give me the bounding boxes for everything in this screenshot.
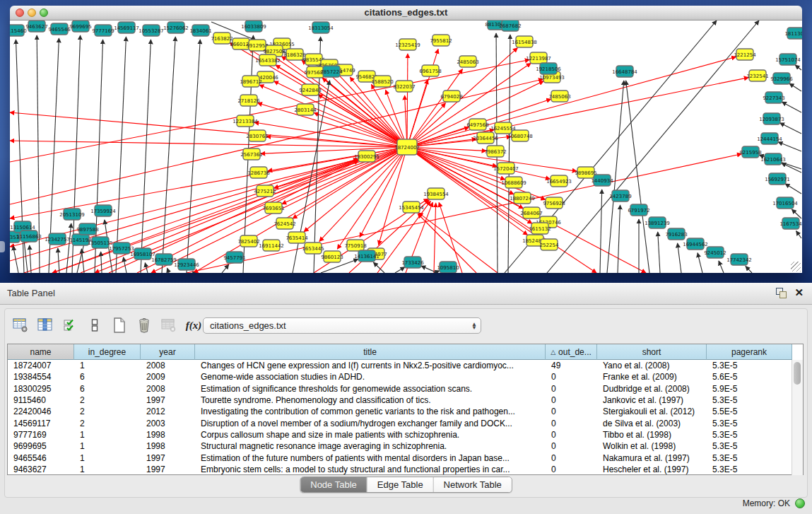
graph-edge[interactable] xyxy=(782,102,801,112)
table-cell[interactable]: 9463627 xyxy=(8,465,74,474)
graph-edge[interactable] xyxy=(371,84,407,147)
table-cell[interactable]: Changes of HCN gene expression and I(f) … xyxy=(195,361,546,370)
table-cell[interactable]: 2 xyxy=(74,395,141,405)
table-row[interactable]: 946362711997Embryonic stem cells: a mode… xyxy=(8,464,803,475)
graph-edge[interactable] xyxy=(167,268,169,273)
table-cell[interactable]: 5.3E-5 xyxy=(707,361,792,370)
table-cell[interactable]: 18300295 xyxy=(8,384,74,394)
table-options-icon[interactable] xyxy=(11,316,30,334)
graph-edge[interactable] xyxy=(187,40,200,273)
table-cell[interactable]: Estimation of significance thresholds fo… xyxy=(195,384,546,394)
graph-edge[interactable] xyxy=(222,264,229,273)
table-scrollbar[interactable] xyxy=(792,360,803,475)
table-cell[interactable]: Yano et al. (2008) xyxy=(597,361,707,370)
table-selector-dropdown[interactable]: citations_edges.txt ▲▼ xyxy=(203,317,481,334)
table-cell[interactable]: 2003 xyxy=(141,419,195,428)
table-cell[interactable]: Investigating the contribution of common… xyxy=(195,407,546,416)
delete-column-icon[interactable] xyxy=(135,316,153,334)
table-cell[interactable]: Tibbo et al. (1998) xyxy=(597,430,707,440)
graph-edge[interactable] xyxy=(407,69,462,147)
table-cell[interactable]: Corpus callosum shape and size in male p… xyxy=(195,430,546,440)
tab-network-table[interactable]: Network Table xyxy=(434,477,512,492)
graph-edge[interactable] xyxy=(789,83,801,91)
table-cell[interactable]: 0 xyxy=(546,441,597,451)
table-cell[interactable]: Embryonic stem cells: a model to study s… xyxy=(195,465,546,474)
graph-edge[interactable] xyxy=(795,65,801,70)
close-panel-icon[interactable]: ✕ xyxy=(794,286,804,299)
table-cell[interactable]: 2 xyxy=(74,407,141,416)
new-column-icon[interactable] xyxy=(110,316,129,334)
graph-edge[interactable] xyxy=(796,231,801,238)
graph-edge[interactable] xyxy=(658,232,660,273)
column-header-pagerank[interactable]: pagerank xyxy=(707,344,792,360)
column-header-name[interactable]: name xyxy=(8,344,74,360)
window-resize-grip[interactable] xyxy=(791,262,801,271)
table-cell[interactable]: Hescheler et al. (1997) xyxy=(597,465,707,474)
table-row[interactable]: 1938455462009Genome-wide association stu… xyxy=(8,371,803,382)
select-all-rows-icon[interactable] xyxy=(61,316,79,334)
table-cell[interactable]: 5.3E-5 xyxy=(707,395,792,405)
table-row[interactable]: 946554611997Estimation of the future num… xyxy=(8,452,803,463)
column-header-year[interactable]: year xyxy=(141,344,195,360)
window-titlebar[interactable]: citations_edges.txt xyxy=(10,6,802,21)
table-cell[interactable]: 2008 xyxy=(141,361,195,370)
table-cell[interactable]: Tourette syndrome. Phenomenology and cla… xyxy=(195,395,546,405)
table-row[interactable]: 2242004622012Investigating the contribut… xyxy=(8,406,803,417)
graph-edge[interactable] xyxy=(508,35,510,273)
select-columns-icon[interactable] xyxy=(36,316,54,334)
table-cell[interactable]: 5.3E-5 xyxy=(707,419,792,428)
column-header-in_degree[interactable]: in_degree xyxy=(74,344,141,360)
table-row[interactable]: 1872400712008Changes of HCN gene express… xyxy=(8,360,803,371)
graph-edge[interactable] xyxy=(785,184,801,194)
table-cell[interactable]: 5.3E-5 xyxy=(707,453,792,463)
graph-edge[interactable] xyxy=(719,261,724,273)
table-cell[interactable]: Dudbridge et al. (2008) xyxy=(597,384,707,394)
table-row[interactable]: 1456911722003Disruption of a novel membe… xyxy=(8,417,803,428)
table-cell[interactable]: Stergiakouli et al. (2012) xyxy=(597,407,707,416)
table-cell[interactable]: 1998 xyxy=(141,430,195,440)
graph-edge[interactable] xyxy=(421,266,437,273)
table-cell[interactable]: 2012 xyxy=(141,407,195,416)
table-cell[interactable]: Genome-wide association studies in ADHD. xyxy=(195,372,546,382)
table-cell[interactable]: 0 xyxy=(546,465,597,474)
graph-edge[interactable] xyxy=(600,189,602,273)
graph-edge[interactable] xyxy=(547,21,759,273)
graph-edge[interactable] xyxy=(418,213,498,273)
table-cell[interactable]: 5.3E-5 xyxy=(707,430,792,440)
table-cell[interactable]: 1 xyxy=(74,430,141,440)
table-cell[interactable]: 5.3E-5 xyxy=(707,465,792,474)
graph-edge[interactable] xyxy=(434,203,436,273)
table-cell[interactable]: 19384554 xyxy=(8,372,74,382)
delete-table-icon[interactable] xyxy=(160,316,178,334)
graph-edge[interactable] xyxy=(626,81,649,273)
graph-edge[interactable] xyxy=(162,37,175,273)
table-cell[interactable]: 9115460 xyxy=(8,395,74,405)
table-cell[interactable]: Franke et al. (2009) xyxy=(597,372,707,382)
table-cell[interactable]: 1998 xyxy=(141,441,195,451)
table-row[interactable]: 977716911998Corpus callosum shape and si… xyxy=(8,429,803,440)
table-cell[interactable]: 2008 xyxy=(141,384,195,394)
table-cell[interactable]: 5.9E-5 xyxy=(707,384,792,394)
graph-edge[interactable] xyxy=(618,205,620,273)
table-cell[interactable]: 5.5E-5 xyxy=(707,407,792,416)
column-header-out_de[interactable]: △out_de... xyxy=(546,344,597,360)
table-cell[interactable]: Disruption of a novel member of a sodium… xyxy=(195,419,546,428)
table-cell[interactable]: 14569117 xyxy=(8,419,74,428)
table-row[interactable]: 911546021997Tourette syndrome. Phenomeno… xyxy=(8,395,803,406)
tab-edge-table[interactable]: Edge Table xyxy=(367,477,434,492)
graph-edge[interactable] xyxy=(780,123,801,134)
table-cell[interactable]: 1997 xyxy=(141,465,195,474)
column-header-short[interactable]: short xyxy=(597,344,707,360)
graph-edge[interactable] xyxy=(254,122,407,147)
graph-edge[interactable] xyxy=(395,267,405,273)
table-cell[interactable]: Wolkin et al. (1998) xyxy=(597,441,707,451)
network-canvas[interactable]: 1872400771638228660128591295418226055982… xyxy=(10,21,802,273)
table-cell[interactable]: 5.6E-5 xyxy=(707,372,792,382)
table-cell[interactable]: 1 xyxy=(74,453,141,463)
graph-edge[interactable] xyxy=(746,266,752,273)
table-cell[interactable]: 9465546 xyxy=(8,453,74,463)
table-cell[interactable]: 0 xyxy=(546,453,597,463)
table-cell[interactable]: 1997 xyxy=(141,453,195,463)
table-cell[interactable]: Structural magnetic resonance image aver… xyxy=(195,441,546,451)
table-cell[interactable]: 6 xyxy=(74,372,141,382)
